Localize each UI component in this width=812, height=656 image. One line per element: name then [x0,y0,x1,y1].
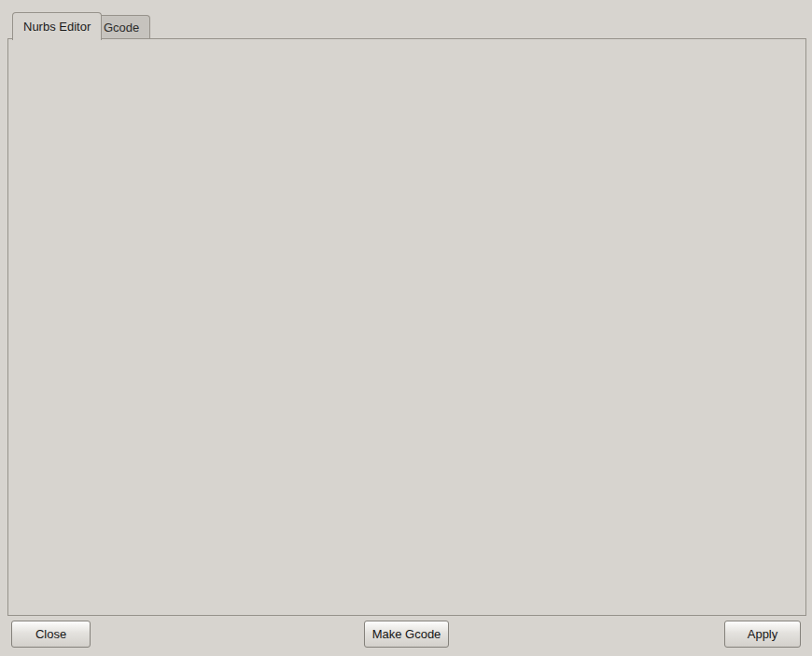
make-gcode-button[interactable]: Make Gcode [364,621,449,648]
tab-nurbs-editor[interactable]: Nurbs Editor [12,12,102,40]
apply-button[interactable]: Apply [724,621,801,648]
tab-nurbs-editor-label: Nurbs Editor [23,20,91,34]
close-button[interactable]: Close [11,621,91,648]
notebook-panel [7,38,806,616]
make-gcode-label: Make Gcode [372,627,441,641]
apply-label: Apply [748,627,778,641]
nurbs-editor-window: Nurbs Editor Gcode Tool 0 Feed 0.00 Rapi… [0,0,812,656]
tab-gcode-label: Gcode [104,21,139,35]
close-label: Close [35,627,66,641]
